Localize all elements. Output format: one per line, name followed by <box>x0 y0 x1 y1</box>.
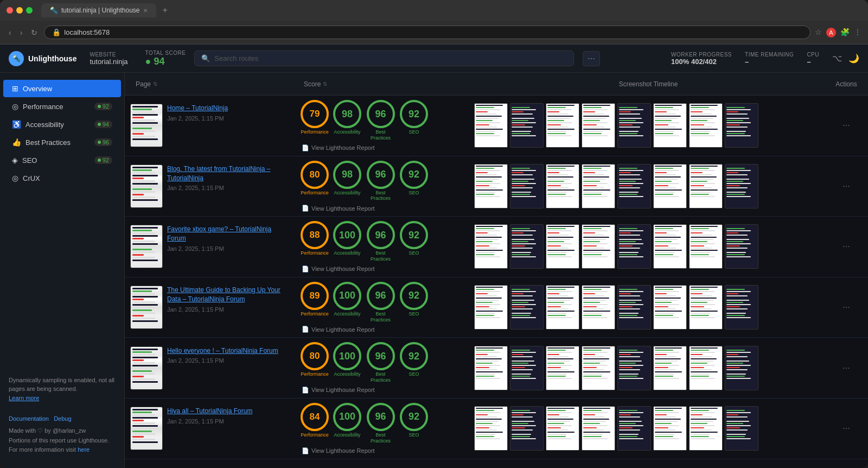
close-button[interactable] <box>7 7 13 14</box>
forward-button[interactable]: › <box>18 26 25 39</box>
new-tab-button[interactable]: + <box>163 5 168 15</box>
score-circles: 80 Performance 98 Accessibility 96 Best … <box>301 161 470 202</box>
seo-score: 92 SEO <box>400 100 428 141</box>
maximize-button[interactable] <box>26 7 33 14</box>
minimize-button[interactable] <box>16 7 23 14</box>
page-title[interactable]: Home – TutorialNinja <box>167 104 292 113</box>
perf-circle: 89 <box>301 282 329 310</box>
screenshot-thumb <box>617 103 651 148</box>
acc-circle: 100 <box>333 403 361 431</box>
sidebar-item-accessibility[interactable]: ♿ Accessibility 94 <box>3 116 121 133</box>
page-title[interactable]: Hiya all – TutorialNinja Forum <box>167 407 292 416</box>
view-report-link[interactable]: 📄 View Lighthouse Report <box>301 205 470 212</box>
acc-circle: 98 <box>333 100 361 128</box>
screenshot-thumb <box>617 224 651 269</box>
page-thumbnail <box>130 286 163 329</box>
score-cell: 80 Performance 100 Accessibility 96 Best… <box>298 338 472 398</box>
page-title[interactable]: Hello everyone ! – TutorialNinja Forum <box>167 346 292 356</box>
bp-label: Best Practices <box>366 371 395 383</box>
debug-link[interactable]: Debug <box>54 415 71 422</box>
acc-label: Accessibility <box>334 311 360 317</box>
bp-score: 96 Best Practices <box>366 100 395 141</box>
page-info: Favorite xbox game? – TutorialNinja Foru… <box>167 225 292 252</box>
page-date: Jan 2, 2025, 1:15 PM <box>167 185 292 191</box>
row-more-button[interactable]: ··· <box>843 181 850 191</box>
acc-score: 100 Accessibility <box>333 342 361 383</box>
logo-area: 🔦 Unlighthouse <box>9 51 76 66</box>
col-actions-header: Actions <box>825 80 868 88</box>
bp-circle: 96 <box>367 100 395 128</box>
browser-frame: 🔦 tutorial.ninja | Unlighthouse ✕ + ‹ › … <box>0 0 868 468</box>
learn-more-link[interactable]: Learn more <box>9 395 39 401</box>
page-cell: Favorite xbox game? – TutorialNinja Foru… <box>125 218 298 275</box>
view-report-link[interactable]: 📄 View Lighthouse Report <box>301 265 470 273</box>
accessibility-icon: ♿ <box>12 120 21 129</box>
screenshot-thumb <box>474 346 508 390</box>
sidebar-item-seo[interactable]: ◈ SEO 92 <box>3 151 121 169</box>
row-more-button[interactable]: ··· <box>843 423 850 433</box>
seo-label: SEO <box>409 129 419 135</box>
report-icon: 📄 <box>302 144 309 151</box>
page-title[interactable]: Blog. The latest from TutorialNinja – Tu… <box>167 165 292 183</box>
bp-label: Best Practices <box>366 129 395 141</box>
tab-close-icon[interactable]: ✕ <box>143 8 148 14</box>
address-text: localhost:5678 <box>64 28 110 36</box>
browser-tab[interactable]: 🔦 tutorial.ninja | Unlighthouse ✕ <box>41 3 156 17</box>
seo-icon: ◈ <box>12 156 18 165</box>
view-report-link[interactable]: 📄 View Lighthouse Report <box>301 326 470 333</box>
search-input[interactable]: Search routes <box>214 54 258 62</box>
view-report-text: View Lighthouse Report <box>311 144 375 151</box>
address-bar[interactable]: 🔒 localhost:5678 <box>44 26 810 39</box>
row-more-button[interactable]: ··· <box>843 302 850 312</box>
website-value: tutorial.ninja <box>90 58 127 66</box>
row-more-button[interactable]: ··· <box>843 121 850 130</box>
table-body: Home – TutorialNinja Jan 2, 2025, 1:15 P… <box>125 96 868 459</box>
col-page-header[interactable]: Page ⇅ <box>125 80 298 88</box>
page-info: The Ultimate Guide to Backing Up Your Da… <box>167 286 292 313</box>
view-report-link[interactable]: 📄 View Lighthouse Report <box>301 447 470 454</box>
menu-icon[interactable]: ⋮ <box>854 28 861 37</box>
documentation-link[interactable]: Documentation <box>9 415 49 422</box>
best-practices-icon: 👍 <box>12 138 21 147</box>
table-row: Blog. The latest from TutorialNinja – Tu… <box>125 156 868 217</box>
screenshot-thumb <box>546 224 579 269</box>
view-report-link[interactable]: 📄 View Lighthouse Report <box>301 387 470 394</box>
view-report-link[interactable]: 📄 View Lighthouse Report <box>301 144 470 151</box>
bp-label: Best Practices <box>366 432 395 444</box>
search-bar[interactable]: 🔍 Search routes <box>194 50 574 66</box>
toolbar-actions: ☆ A 🧩 ⋮ <box>815 28 861 37</box>
row-more-button[interactable]: ··· <box>843 242 850 251</box>
bp-score: 96 Best Practices <box>366 342 395 383</box>
dark-mode-icon[interactable]: 🌙 <box>848 53 859 64</box>
perf-circle: 84 <box>301 403 329 431</box>
here-link[interactable]: here <box>78 446 90 453</box>
view-report-text: View Lighthouse Report <box>311 205 375 212</box>
sidebar-item-best-practices[interactable]: 👍 Best Practices 96 <box>3 134 121 151</box>
page-title[interactable]: The Ultimate Guide to Backing Up Your Da… <box>167 286 292 304</box>
sidebar-item-crux[interactable]: ◎ CrUX <box>3 169 121 187</box>
extensions-icon[interactable]: 🧩 <box>840 28 850 37</box>
github-icon[interactable]: ⌥ <box>832 53 842 64</box>
profile-icon[interactable]: A <box>826 28 836 37</box>
perf-score: 80 Performance <box>301 161 329 202</box>
search-icon: 🔍 <box>201 54 210 62</box>
seo-score: 92 SEO <box>400 403 428 444</box>
table-row: Hello everyone ! – TutorialNinja Forum J… <box>125 338 868 399</box>
more-options-button[interactable]: ··· <box>583 51 599 66</box>
bookmark-icon[interactable]: ☆ <box>815 28 822 37</box>
reload-button[interactable]: ↻ <box>29 26 40 39</box>
sidebar-item-performance[interactable]: ◎ Performance 92 <box>3 98 121 115</box>
sidebar-item-overview[interactable]: ⊞ Overview <box>3 80 121 97</box>
score-cell: 79 Performance 98 Accessibility 96 Best … <box>298 96 472 156</box>
perf-score: 84 Performance <box>301 403 329 444</box>
page-title[interactable]: Favorite xbox game? – TutorialNinja Foru… <box>167 225 292 243</box>
screenshot-thumb <box>546 406 579 451</box>
row-more-button[interactable]: ··· <box>843 363 850 372</box>
sidebar-label-crux: CrUX <box>23 174 112 182</box>
back-button[interactable]: ‹ <box>7 26 14 39</box>
page-info: Blog. The latest from TutorialNinja – Tu… <box>167 165 292 192</box>
bp-label: Best Practices <box>366 250 395 262</box>
col-score-header[interactable]: Score ⇅ <box>298 80 472 88</box>
col-actions-label: Actions <box>835 80 857 88</box>
logo-text: Unlighthouse <box>28 54 76 63</box>
